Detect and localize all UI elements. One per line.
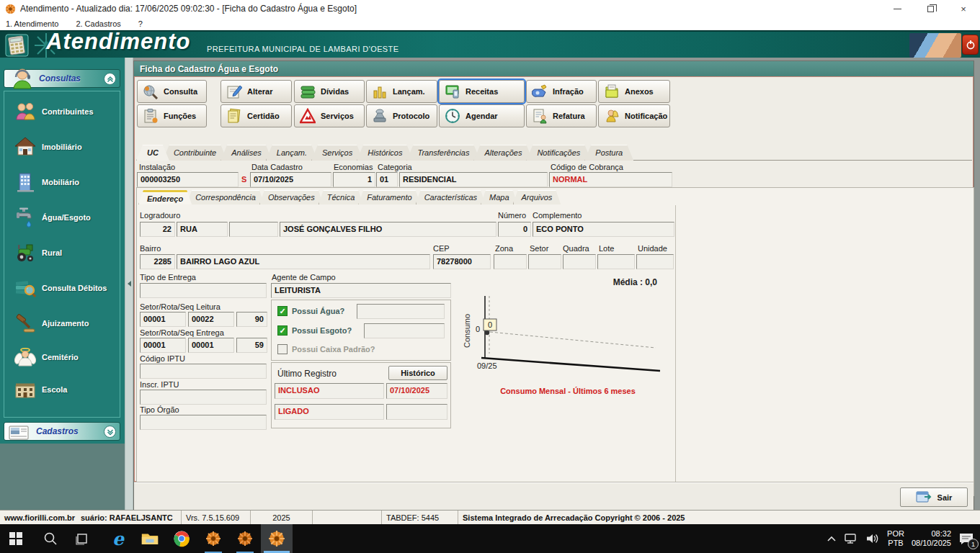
chevron-up-icon[interactable] [104,73,116,85]
infracao-button[interactable]: Infração [526,80,597,103]
categoria-cod-input[interactable]: 01 [376,172,398,187]
complemento-input[interactable]: ECO PONTO [533,222,674,237]
sair-button[interactable]: Sair [900,487,968,507]
tab-postura[interactable]: Postura [584,145,633,161]
close-button[interactable]: × [947,0,980,17]
sidebar-splitter[interactable] [125,58,133,510]
sidebar-item-cemiterio[interactable]: Cemitério [14,341,115,373]
sidebar-group-consultas[interactable]: Consultas [4,69,120,88]
start-button[interactable] [0,524,32,553]
data-cadastro-input[interactable]: 07/10/2025 [250,172,331,187]
logradouro-tipo-input[interactable]: RUA [177,222,228,237]
tab-uc[interactable]: UC [136,145,169,161]
economias-input[interactable]: 1 [333,172,375,187]
numero-input[interactable]: 0 [498,222,531,237]
subtab-correspondencia[interactable]: Correspondência [187,190,264,204]
protocolo-button[interactable]: Protocolo [366,104,437,127]
logradouro-pref-input[interactable] [229,222,278,237]
network-icon[interactable] [844,533,858,544]
sidebar-item-escola[interactable]: Escola [14,374,115,405]
refatura-button[interactable]: Refatura [526,104,597,127]
tab-notificacoes[interactable]: Notificações [526,145,591,161]
subtab-faturamento[interactable]: Faturamento [358,190,420,204]
minimize-button[interactable] [881,0,914,17]
leitura-rota-input[interactable]: 00022 [188,312,234,327]
bairro-nome-input[interactable]: BAIRRO LAGO AZUL [177,254,430,269]
sidebar-item-rural[interactable]: Rural [14,237,115,269]
volume-icon[interactable] [865,533,880,544]
categoria-input[interactable]: RESIDENCIAL [399,172,548,187]
registro-status-input[interactable]: LIGADO [275,404,384,420]
power-button[interactable] [962,35,979,55]
possui-caixa-checkbox[interactable] [277,344,288,354]
sidebar-group-cadastros[interactable]: Cadastros [4,422,120,441]
receitas-button[interactable]: Receitas [439,80,525,103]
possui-agua-checkbox[interactable] [277,306,288,316]
consulta-button[interactable]: Consulta [137,80,207,103]
cobranca-input[interactable]: NORMAL [549,172,672,187]
zona-input[interactable] [494,254,527,269]
lancam-button[interactable]: Lançam. [366,80,437,103]
fiorilli-app-icon-3[interactable] [261,524,293,553]
entrega-rota-input[interactable]: 00001 [188,338,234,353]
alterar-button[interactable]: Alterar [220,80,292,103]
fiorilli-app-icon-1[interactable] [197,524,229,553]
setor-input[interactable] [528,254,561,269]
tab-alteracoes[interactable]: Alterações [473,145,533,161]
menu-cadastros[interactable]: 2. Cadastros [76,19,120,28]
tab-servicos[interactable]: Serviços [311,145,363,161]
possui-agua-input[interactable] [357,304,445,319]
cep-input[interactable]: 78278000 [433,254,491,269]
unidade-input[interactable] [636,254,674,269]
subtab-observacoes[interactable]: Observações [259,190,324,204]
anexos-button[interactable]: Anexos [598,80,670,103]
tab-analises[interactable]: Análises [220,145,272,161]
bairro-cod-input[interactable]: 2285 [140,254,175,269]
entrega-setor-input[interactable]: 00001 [140,338,186,353]
sidebar-item-agua-esgoto[interactable]: Água/Esgoto [14,202,115,233]
instalacao-input[interactable]: 000003250 [137,172,239,187]
certidao-button[interactable]: Certidão [220,104,292,127]
registro-tipo-input[interactable]: INCLUSAO [275,383,384,399]
chevron-down-icon[interactable] [104,426,116,438]
subtab-tecnica[interactable]: Técnica [318,190,364,204]
possui-esgoto-checkbox[interactable] [277,325,288,336]
logradouro-cod-input[interactable]: 22 [140,222,175,237]
search-icon[interactable] [35,524,66,553]
tipo-orgao-input[interactable] [140,415,267,430]
agendar-button[interactable]: Agendar [439,104,525,127]
agente-input[interactable]: LEITURISTA [271,283,451,298]
logradouro-nome-input[interactable]: JOSÉ GONÇALVES FILHO [280,222,496,237]
tab-contribuinte[interactable]: Contribuinte [163,145,227,161]
notificacao-button[interactable]: Notificação [598,104,670,127]
sidebar-item-contribuintes[interactable]: Contribuintes [14,96,115,127]
sidebar-item-mobiliario[interactable]: Mobiliário [14,166,115,198]
menu-help[interactable]: ? [138,19,143,28]
possui-esgoto-input[interactable] [364,323,445,338]
registro-data-input[interactable]: 07/10/2025 [386,383,447,399]
historico-button[interactable]: Histórico [388,366,447,380]
sidebar-item-consulta-debitos[interactable]: Consulta Débitos [14,272,115,304]
sidebar-item-imobiliario[interactable]: Imobiliário [14,131,115,163]
subtab-arquivos[interactable]: Arquivos [513,190,561,204]
chrome-icon[interactable] [166,524,197,553]
notification-center-icon[interactable]: 1 [958,531,974,546]
tab-historicos[interactable]: Históricos [357,145,413,161]
tab-transferencias[interactable]: Transferências [406,145,480,161]
tipo-entrega-input[interactable] [140,283,267,298]
language-indicator[interactable]: PORPTB [887,529,904,548]
file-explorer-icon[interactable] [134,524,166,553]
tray-chevron-up-icon[interactable] [827,535,837,542]
sidebar-item-ajuizamento[interactable]: Ajuizamento [14,307,115,339]
subtab-endereco[interactable]: Endereço [138,190,192,204]
funcoes-button[interactable]: Funções [137,104,207,127]
dividas-button[interactable]: Dívidas [294,80,365,103]
lote-input[interactable] [597,254,635,269]
servicos-button[interactable]: Serviços [294,104,365,127]
registro-extra-input[interactable] [386,404,447,420]
leitura-seq-input[interactable]: 90 [236,312,267,327]
entrega-seq-input[interactable]: 59 [236,338,267,353]
task-view-icon[interactable] [66,524,98,553]
fiorilli-app-icon-2[interactable] [229,524,261,553]
leitura-setor-input[interactable]: 00001 [140,312,186,327]
